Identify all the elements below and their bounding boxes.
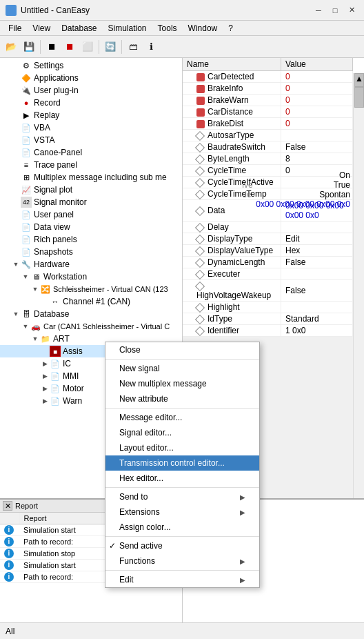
- tree-item-vba[interactable]: 📄 VBA: [0, 121, 182, 134]
- tree-label: Database: [34, 309, 69, 319]
- sch-icon: 🔀: [40, 284, 51, 295]
- tree-label: Schleissheimer - Virtual CAN (123: [53, 285, 168, 293]
- context-menu-item[interactable]: Signal editor...: [105, 425, 259, 440]
- tree-item-workstation[interactable]: ▼ 🖥 Workstation: [0, 271, 182, 283]
- prop-icon-diamond: [195, 178, 205, 188]
- tree-arrow: [11, 173, 21, 182]
- prop-name: BrakeInfo: [183, 83, 281, 95]
- prop-icon-diamond: [195, 131, 205, 141]
- context-menu-item[interactable]: Send to▶: [105, 489, 259, 504]
- close-button[interactable]: ✕: [345, 3, 358, 17]
- context-menu-item[interactable]: Extensions▶: [105, 504, 259, 520]
- tree-item-multiplex[interactable]: ⊞ Multiplex message including sub me: [0, 171, 182, 184]
- context-menu-item[interactable]: Close: [105, 342, 259, 357]
- context-menu-item[interactable]: Edit▶: [105, 572, 259, 587]
- assis-icon: ■: [50, 346, 61, 357]
- tree-item-hardware[interactable]: ▼ 🔧 Hardware: [0, 258, 182, 271]
- tree-item-replay[interactable]: ▶ Replay: [0, 109, 182, 121]
- stop2-button[interactable]: ⏹: [61, 39, 78, 55]
- context-menu-item[interactable]: Hex editor...: [105, 471, 259, 486]
- tree-label: Hardware: [34, 259, 70, 269]
- tree-arrow: [11, 247, 21, 257]
- tree-item-vsta[interactable]: 📄 VSTA: [0, 134, 182, 146]
- scroll-up-arrow[interactable]: ▲: [354, 73, 364, 87]
- tree-item-applications[interactable]: 🔶 Applications: [0, 72, 182, 84]
- context-menu-item[interactable]: Assign color...: [105, 520, 259, 535]
- tree-item-tracepanel[interactable]: ≡ Trace panel: [0, 159, 182, 171]
- context-menu-item[interactable]: Functions▶: [105, 553, 259, 569]
- menu-database[interactable]: Database: [56, 22, 102, 35]
- prop-icon-diamond: [195, 270, 205, 279]
- tree-item-signalplot[interactable]: 📈 Signal plot: [0, 184, 182, 196]
- toolbar-sep-1: [40, 40, 41, 54]
- refresh-button[interactable]: 🔄: [102, 39, 119, 55]
- tree-item-schleissheimer[interactable]: ▼ 🔀 Schleissheimer - Virtual CAN (123: [0, 283, 182, 295]
- context-menu-item[interactable]: New attribute: [105, 391, 259, 406]
- context-menu-item[interactable]: New multiplex message: [105, 376, 259, 391]
- menu-view[interactable]: View: [27, 22, 56, 35]
- tree-label: Snapshots: [34, 247, 73, 257]
- record-icon: ●: [21, 97, 32, 108]
- tree-item-canoepanel[interactable]: 📄 Canoe-Panel: [0, 146, 182, 159]
- tree-arrow: [11, 210, 21, 219]
- context-menu-separator: [105, 570, 259, 571]
- context-menu-item-label: Layout editor...: [119, 443, 174, 453]
- tree-label: Applications: [34, 73, 79, 83]
- db-button[interactable]: 🗃: [125, 39, 141, 55]
- vsta-icon: 📄: [21, 135, 32, 146]
- tree-item-userplugin[interactable]: 🔌 User plug-in: [0, 84, 182, 97]
- context-menu-item-label: Hex editor...: [119, 473, 163, 483]
- tree-arrow-art: ▼: [30, 334, 40, 344]
- check-icon: ✓: [109, 541, 116, 551]
- menu-window[interactable]: Window: [183, 22, 223, 35]
- stop-button[interactable]: ⏹: [43, 39, 60, 55]
- dataview-icon: 📄: [21, 222, 32, 233]
- status-text: All: [6, 627, 14, 636]
- tree-item-snapshots[interactable]: 📄 Snapshots: [0, 246, 182, 258]
- tree-item-database[interactable]: ▼ 🗄 Database: [0, 308, 182, 320]
- context-menu-item-label: Send active: [119, 541, 163, 551]
- tree-label: Assis: [63, 346, 83, 356]
- tree-item-car[interactable]: ▼ 🚗 Car (CAN1 Schleissheimer - Virtual C: [0, 320, 182, 333]
- context-menu-item-label: Functions: [119, 556, 155, 566]
- tree-label: Replay: [34, 110, 59, 120]
- minimize-button[interactable]: ─: [312, 3, 325, 17]
- prop-icon-diamond: [195, 326, 205, 336]
- menu-tools[interactable]: Tools: [152, 22, 183, 35]
- menu-file[interactable]: File: [3, 22, 27, 35]
- tree-label: VBA: [34, 123, 50, 132]
- prop-name: BaudrateSwitch: [183, 141, 281, 153]
- tree-item-userpanel[interactable]: 📄 User panel: [0, 208, 182, 221]
- submenu-arrow-icon: ▶: [240, 576, 245, 584]
- tree-item-signalmonitor[interactable]: 42 Signal monitor: [0, 196, 182, 208]
- prop-name: BrakeDist: [183, 118, 281, 130]
- context-menu-item[interactable]: ✓Send active: [105, 538, 259, 553]
- tree-item-channel[interactable]: ↔ Channel #1 (CAN): [0, 295, 182, 308]
- open-button[interactable]: 📂: [3, 39, 19, 55]
- tree-label: MMI: [63, 371, 79, 381]
- tree-item-richpanels[interactable]: 📄 Rich panels: [0, 233, 182, 246]
- menu-help[interactable]: ?: [223, 22, 239, 35]
- tree-label: Settings: [34, 61, 63, 70]
- context-menu-item[interactable]: Transmission control editor...: [105, 455, 259, 471]
- context-menu-item[interactable]: Layout editor...: [105, 440, 259, 455]
- save-button[interactable]: 💾: [21, 39, 37, 55]
- tree-item-settings[interactable]: ⚙ Settings: [0, 59, 182, 72]
- tree-arrow-ic: ▶: [40, 359, 50, 368]
- context-menu-item[interactable]: Message editor...: [105, 410, 259, 425]
- scroll-thumb[interactable]: [354, 87, 364, 108]
- context-menu-item-label: Send to: [119, 492, 148, 502]
- context-menu-item[interactable]: New signal: [105, 361, 259, 376]
- menu-simulation[interactable]: Simulation: [103, 22, 152, 35]
- info-button[interactable]: ℹ: [143, 39, 159, 55]
- prop-name: CarDetected: [183, 71, 281, 83]
- tree-item-record[interactable]: ● Record: [0, 97, 182, 109]
- panel-button[interactable]: ⬜: [79, 39, 96, 55]
- signalplot-icon: 📈: [21, 184, 32, 195]
- prop-name: DisplayType: [183, 233, 281, 245]
- prop-value: 0: [281, 71, 352, 83]
- maximize-button[interactable]: □: [328, 3, 342, 17]
- context-menu-item-label: Transmission control editor...: [119, 458, 225, 468]
- bottom-panel-close[interactable]: ✕: [3, 501, 12, 511]
- tree-item-dataview[interactable]: 📄 Data view: [0, 221, 182, 233]
